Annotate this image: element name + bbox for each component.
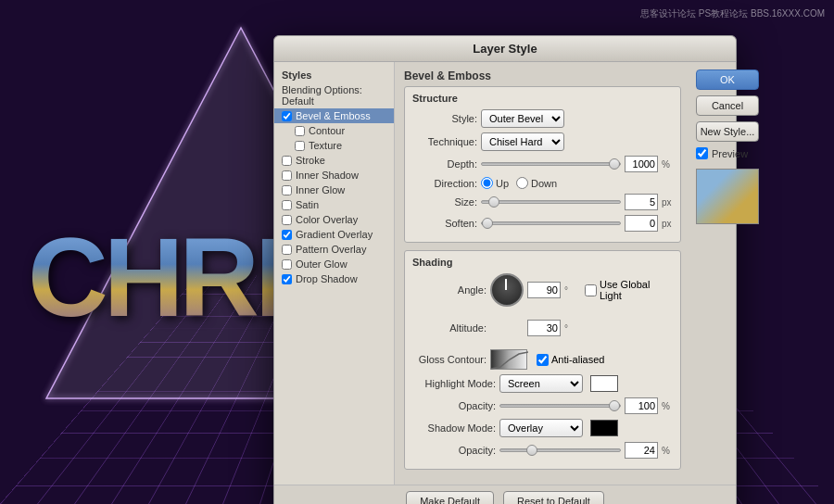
depth-unit: % — [662, 159, 673, 170]
style-item-gradient-overlay[interactable]: Gradient Overlay — [274, 227, 394, 242]
structure-box: Structure Style: Outer Bevel Technique: … — [404, 86, 681, 243]
size-input[interactable]: 5 — [625, 194, 658, 210]
style-field-label: Style: — [412, 113, 477, 124]
highlight-mode-select[interactable]: Screen — [499, 374, 583, 393]
highlight-opacity-unit: % — [662, 401, 673, 411]
shadow-opacity-slider[interactable] — [499, 448, 621, 452]
technique-field-label: Technique: — [412, 136, 477, 147]
style-item-inner-shadow[interactable]: Inner Shadow — [274, 168, 394, 183]
direction-down-label[interactable]: Down — [516, 177, 557, 189]
texture-label: Texture — [309, 140, 342, 151]
preview-text: Preview — [712, 148, 748, 159]
depth-slider[interactable] — [481, 162, 621, 166]
use-global-light-checkbox[interactable] — [585, 284, 597, 296]
inner-shadow-checkbox[interactable] — [282, 170, 292, 181]
color-overlay-checkbox[interactable] — [282, 215, 292, 225]
technique-select[interactable]: Chisel Hard — [481, 132, 564, 151]
contour-checkbox[interactable] — [295, 126, 305, 136]
altitude-input[interactable]: 30 — [527, 320, 561, 336]
gloss-contour-label: Gloss Contour: — [412, 354, 486, 365]
drop-shadow-checkbox[interactable] — [282, 274, 292, 284]
drop-shadow-label: Drop Shadow — [296, 273, 358, 284]
stroke-checkbox[interactable] — [282, 156, 292, 166]
direction-radio-group: Up Down — [481, 177, 557, 189]
direction-up-radio[interactable] — [481, 177, 493, 189]
anti-aliased-checkbox[interactable] — [537, 354, 549, 366]
angle-input[interactable]: 90 — [527, 282, 561, 298]
gradient-overlay-checkbox[interactable] — [282, 230, 292, 240]
altitude-spacer — [490, 311, 524, 345]
ok-button[interactable]: OK — [696, 69, 759, 90]
angle-dial[interactable] — [490, 273, 524, 307]
texture-checkbox[interactable] — [295, 141, 305, 151]
gloss-contour-preview[interactable] — [490, 349, 527, 370]
size-slider[interactable] — [481, 200, 621, 204]
highlight-opacity-input[interactable]: 100 — [625, 397, 658, 414]
style-item-contour[interactable]: Contour — [274, 123, 394, 138]
shadow-color-swatch[interactable] — [590, 420, 618, 436]
direction-up-label[interactable]: Up — [481, 177, 509, 189]
preview-box — [696, 169, 759, 224]
shadow-opacity-input[interactable]: 24 — [625, 442, 658, 459]
style-item-blending[interactable]: Blending Options: Default — [274, 82, 394, 108]
soften-slider[interactable] — [481, 221, 621, 225]
size-row: Size: 5 px — [412, 194, 673, 210]
main-panel: Bevel & Emboss Structure Style: Outer Be… — [395, 62, 690, 485]
new-style-button[interactable]: New Style... — [696, 121, 759, 142]
satin-checkbox[interactable] — [282, 200, 292, 210]
cancel-button[interactable]: Cancel — [696, 95, 759, 116]
gradient-overlay-label: Gradient Overlay — [296, 229, 373, 240]
pattern-overlay-label: Pattern Overlay — [296, 244, 366, 255]
highlight-opacity-slider[interactable] — [499, 404, 621, 408]
preview-checkbox[interactable] — [696, 147, 708, 159]
style-item-bevel[interactable]: Bevel & Emboss — [274, 108, 394, 123]
make-default-button[interactable]: Make Default — [406, 491, 494, 504]
shadow-mode-label: Shadow Mode: — [412, 422, 496, 434]
direction-label: Direction: — [412, 178, 477, 189]
angle-label: Angle: — [412, 284, 486, 296]
satin-label: Satin — [296, 199, 319, 210]
contour-label: Contour — [309, 125, 345, 136]
outer-glow-checkbox[interactable] — [282, 259, 292, 270]
bevel-emboss-title: Bevel & Emboss — [404, 69, 681, 82]
shadow-mode-row: Shadow Mode: Overlay — [412, 419, 673, 437]
styles-header: Styles — [274, 66, 394, 82]
style-select[interactable]: Outer Bevel — [481, 109, 564, 128]
anti-aliased-label[interactable]: Anti-aliased — [537, 354, 604, 366]
style-item-stroke[interactable]: Stroke — [274, 153, 394, 168]
inner-glow-checkbox[interactable] — [282, 185, 292, 195]
altitude-unit: ° — [564, 323, 575, 334]
blending-label: Blending Options: Default — [282, 84, 386, 107]
outer-glow-label: Outer Glow — [296, 258, 348, 270]
altitude-label: Altitude: — [412, 322, 486, 334]
soften-unit: px — [662, 219, 673, 229]
highlight-color-swatch[interactable] — [590, 375, 618, 392]
dialog-title: Layer Style — [274, 36, 736, 62]
bevel-label: Bevel & Emboss — [296, 110, 371, 121]
angle-row: Angle: 90 ° Use Global Light — [412, 273, 673, 307]
technique-row: Technique: Chisel Hard — [412, 132, 673, 151]
size-unit: px — [662, 197, 673, 208]
style-item-texture[interactable]: Texture — [274, 138, 394, 153]
style-item-color-overlay[interactable]: Color Overlay — [274, 212, 394, 227]
soften-row: Soften: 0 px — [412, 215, 673, 232]
style-item-pattern-overlay[interactable]: Pattern Overlay — [274, 242, 394, 257]
style-item-outer-glow[interactable]: Outer Glow — [274, 257, 394, 271]
style-item-inner-glow[interactable]: Inner Glow — [274, 183, 394, 197]
shadow-opacity-label: Opacity: — [412, 445, 496, 456]
depth-label: Depth: — [412, 158, 477, 170]
soften-input[interactable]: 0 — [625, 215, 658, 232]
size-label: Size: — [412, 196, 477, 208]
style-row: Style: Outer Bevel — [412, 109, 673, 128]
depth-input[interactable]: 1000 — [625, 156, 658, 172]
shadow-mode-select[interactable]: Overlay — [499, 419, 583, 437]
direction-down-radio[interactable] — [516, 177, 528, 189]
pattern-overlay-checkbox[interactable] — [282, 245, 292, 255]
reset-to-default-button[interactable]: Reset to Default — [503, 491, 604, 504]
style-item-satin[interactable]: Satin — [274, 197, 394, 212]
use-global-light-label[interactable]: Use Global Light — [585, 279, 673, 301]
style-item-drop-shadow[interactable]: Drop Shadow — [274, 271, 394, 286]
direction-row: Direction: Up Down — [412, 177, 673, 189]
color-overlay-label: Color Overlay — [296, 214, 358, 225]
bevel-checkbox[interactable] — [282, 111, 292, 121]
